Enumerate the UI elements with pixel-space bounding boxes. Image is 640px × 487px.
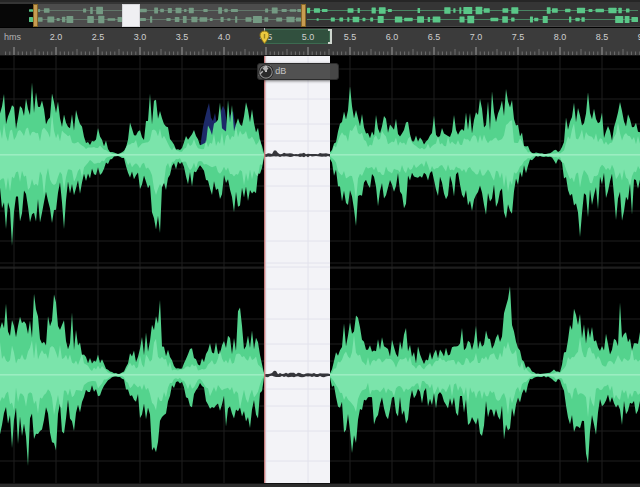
overview-waveform-thumbnail	[0, 2, 640, 29]
pin-hud-icon[interactable]	[258, 64, 270, 76]
volume-hud[interactable]: +0 dB	[257, 63, 339, 80]
ruler-time-label: 7.5	[512, 32, 525, 42]
ruler-time-label: 4.0	[218, 32, 231, 42]
ruler-time-label: 5.5	[344, 32, 357, 42]
ruler-time-label: 7.0	[470, 32, 483, 42]
ruler-time-label: 8.0	[554, 32, 567, 42]
ruler-ticks	[0, 43, 640, 55]
ruler-time-label: 6.5	[428, 32, 441, 42]
gain-unit: dB	[275, 67, 286, 76]
stereo-waveform[interactable]	[0, 56, 640, 483]
timeline-ruler[interactable]: hms 2.02.53.03.54.04.55.05.56.06.57.07.5…	[0, 28, 640, 56]
audio-editor-window: hms 2.02.53.03.54.04.55.05.56.06.57.07.5…	[0, 0, 640, 487]
overview-handle-left[interactable]	[33, 4, 38, 27]
time-unit-label: hms	[4, 32, 21, 42]
playhead-pin[interactable]	[259, 30, 270, 45]
waveform-display[interactable]: +0 dB	[0, 56, 640, 483]
overview-navigator[interactable]	[0, 0, 640, 27]
ruler-selection-range[interactable]	[264, 29, 330, 44]
pane-bottom-edge	[0, 483, 640, 487]
ruler-time-label: 2.0	[50, 32, 63, 42]
ruler-time-label: 3.5	[176, 32, 189, 42]
selection-left-border	[264, 56, 265, 483]
overview-selection-block[interactable]	[122, 4, 140, 27]
ruler-time-label: 8.5	[596, 32, 609, 42]
ruler-time-label: 6.0	[386, 32, 399, 42]
ruler-time-label: 3.0	[134, 32, 147, 42]
ruler-time-label: 5.0	[302, 32, 315, 42]
ruler-time-label: 2.5	[92, 32, 105, 42]
overview-handle-right[interactable]	[301, 4, 306, 27]
selection-end-handle[interactable]	[328, 29, 332, 44]
selection-region[interactable]	[264, 56, 330, 483]
